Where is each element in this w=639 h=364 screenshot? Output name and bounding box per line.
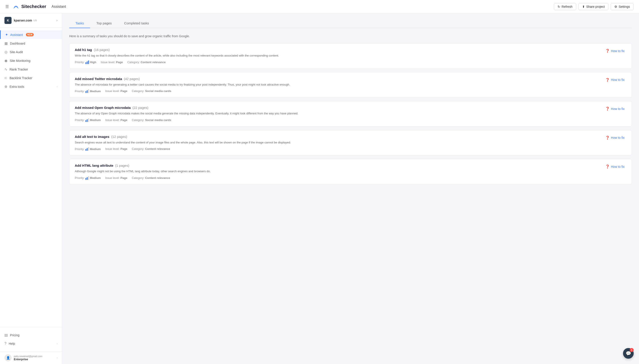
sidebar-bottom: ▤ Pricing ? Help › [0, 327, 62, 351]
help-arrow-icon: › [57, 342, 58, 345]
task-title: Add missed Twitter microdata (42 pages) [75, 77, 600, 81]
main-content: Tasks Top pages Completed tasks Here is … [62, 13, 639, 364]
how-to-fix-label: How to fix [611, 49, 624, 53]
task-title: Add missed Open Graph microdata (22 page… [75, 106, 600, 110]
sidebar-item-site-audit[interactable]: ◎ Site Audit [0, 48, 62, 56]
how-to-fix-button[interactable]: ❓ How to fix [603, 48, 626, 54]
task-description: Write the h1 tag so that it closely desc… [75, 54, 600, 58]
task-content: Add h1 tag (16 pages) Write the h1 tag s… [75, 48, 600, 64]
task-content: Add missed Twitter microdata (42 pages) … [75, 77, 600, 93]
task-category: Category: Content relevance [132, 176, 170, 180]
task-meta: Priority: High Issue level: Page Categor… [75, 60, 600, 64]
task-title: Add h1 tag (16 pages) [75, 48, 600, 52]
how-to-fix-label: How to fix [611, 78, 624, 82]
hamburger-icon[interactable]: ☰ [5, 4, 9, 9]
rank-tracker-icon: ∿ [5, 67, 7, 72]
user-arrow-icon: › [57, 356, 58, 359]
chat-bubble[interactable]: 💬 1 [623, 348, 634, 359]
settings-button[interactable]: ⚙ Settings [610, 3, 634, 10]
sidebar: K kparser.com US › ✦ Assistant NEW ▦ Das… [0, 13, 62, 364]
extra-tools-arrow-icon: › [57, 85, 58, 88]
assistant-icon: ✦ [5, 32, 8, 37]
help-circle-icon: ❓ [605, 78, 610, 82]
site-name: kparser.com [14, 18, 32, 22]
logo-text: Sitechecker [21, 4, 46, 9]
how-to-fix-button[interactable]: ❓ How to fix [603, 106, 626, 112]
backlink-tracker-icon: ⊂ [5, 76, 7, 80]
task-page-count: (22 pages) [132, 106, 148, 110]
help-circle-icon: ❓ [605, 107, 610, 111]
tab-tasks[interactable]: Tasks [69, 18, 90, 28]
category-value: Content relevance [141, 60, 166, 64]
user-avatar: 👤 [5, 354, 12, 361]
help-icon: ? [5, 342, 7, 346]
task-card: Add alt text to images (12 pages) Search… [69, 130, 632, 156]
chat-badge: 1 [630, 348, 634, 352]
task-meta: Priority: Medium Issue level: Page Categ… [75, 147, 600, 151]
task-issue-level: Issue level: Page [105, 118, 127, 122]
pricing-icon: ▤ [5, 333, 8, 337]
priority-label: Medium [90, 118, 101, 122]
task-content: Add missed Open Graph microdata (22 page… [75, 106, 600, 122]
task-category: Category: Content relevance [132, 147, 170, 151]
sidebar-user[interactable]: 👤 paliy.newlevel@gmail.com Enterprise › [0, 351, 62, 364]
sidebar-item-extra-tools[interactable]: ⊕ Extra tools › [0, 82, 62, 91]
task-content: Add HTML lang attribute (1 pages) Althou… [75, 164, 600, 180]
sidebar-item-site-monitoring[interactable]: ◉ Site Monitoring [0, 56, 62, 65]
category-value: Content relevance [145, 147, 170, 150]
tasks-container: Add h1 tag (16 pages) Write the h1 tag s… [69, 43, 632, 184]
task-card: Add missed Twitter microdata (42 pages) … [69, 72, 632, 98]
how-to-fix-button[interactable]: ❓ How to fix [603, 135, 626, 141]
site-tag: US [34, 19, 37, 22]
sidebar-item-rank-tracker[interactable]: ∿ Rank Tracker [0, 65, 62, 74]
sidebar-item-pricing[interactable]: ▤ Pricing [0, 331, 62, 340]
task-issue-level: Issue level: Page [105, 176, 127, 180]
issue-value: Page [121, 118, 127, 122]
refresh-button[interactable]: ↻ Refresh [554, 3, 576, 10]
category-value: Social media cards [145, 118, 171, 122]
sidebar-item-assistant[interactable]: ✦ Assistant NEW [0, 30, 62, 39]
sidebar-nav: ✦ Assistant NEW ▦ Dashboard ◎ Site Audit… [0, 28, 62, 327]
top-nav: ☰ Sitechecker Assistant ↻ Refresh ⬆ Shar… [0, 0, 639, 13]
sidebar-site-selector[interactable]: K kparser.com US › [0, 13, 62, 28]
task-category: Category: Social media cards [132, 118, 171, 122]
tab-top-pages[interactable]: Top pages [90, 18, 118, 28]
sidebar-item-help[interactable]: ? Help › [0, 340, 62, 348]
how-to-fix-button[interactable]: ❓ How to fix [603, 164, 626, 170]
task-priority: Priority: High [75, 60, 96, 64]
task-priority: Priority: Medium [75, 176, 101, 180]
issue-value: Page [121, 176, 127, 180]
tabs: Tasks Top pages Completed tasks [69, 18, 632, 28]
site-arrow-icon: › [56, 18, 58, 22]
priority-label: High [90, 60, 96, 64]
task-title: Add HTML lang attribute (1 pages) [75, 164, 600, 167]
share-project-button[interactable]: ⬆ Share project [578, 3, 608, 10]
site-audit-icon: ◎ [5, 50, 8, 54]
user-plan: Enterprise [14, 358, 54, 361]
task-priority: Priority: Medium [75, 89, 101, 93]
task-card: Add HTML lang attribute (1 pages) Althou… [69, 159, 632, 184]
page-title: Assistant [52, 5, 66, 9]
help-circle-icon: ❓ [605, 136, 610, 140]
dashboard-icon: ▦ [5, 41, 8, 46]
how-to-fix-button[interactable]: ❓ How to fix [603, 77, 626, 83]
task-issue-level: Issue level: Page [105, 89, 127, 93]
refresh-icon: ↻ [558, 5, 560, 8]
sidebar-item-dashboard[interactable]: ▦ Dashboard [0, 39, 62, 48]
tab-completed-tasks[interactable]: Completed tasks [118, 18, 155, 28]
task-meta: Priority: Medium Issue level: Page Categ… [75, 89, 600, 93]
share-icon: ⬆ [582, 5, 585, 8]
priority-label: Medium [90, 148, 101, 151]
how-to-fix-label: How to fix [611, 136, 624, 140]
extra-tools-icon: ⊕ [5, 84, 7, 89]
help-circle-icon: ❓ [605, 164, 610, 169]
sidebar-item-backlink-tracker[interactable]: ⊂ Backlink Tracker [0, 74, 62, 82]
how-to-fix-label: How to fix [611, 107, 624, 110]
task-category: Category: Content relevance [127, 60, 166, 64]
task-description: Search engines wuse alt text to understa… [75, 140, 600, 145]
category-value: Content relevance [145, 176, 170, 180]
task-page-count: (12 pages) [111, 135, 127, 138]
help-circle-icon: ❓ [605, 49, 610, 53]
gear-icon: ⚙ [614, 5, 617, 8]
new-badge: NEW [26, 33, 34, 36]
